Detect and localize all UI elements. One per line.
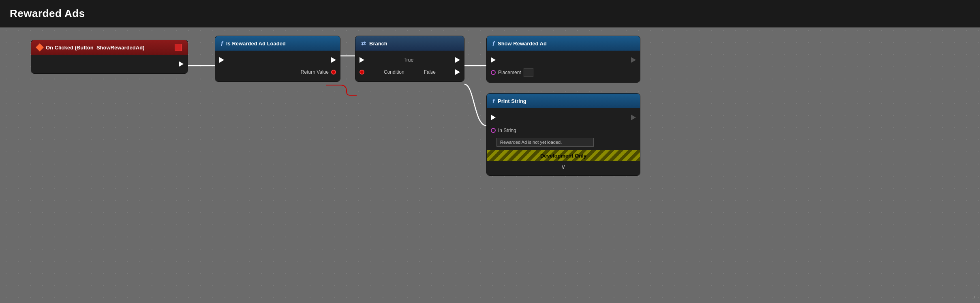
red-square-button[interactable] [175,44,182,51]
chevron-row: ∨ [487,161,640,172]
on-clicked-exec-out-row [31,58,188,70]
node-show-rewarded[interactable]: f Show Rewarded Ad Placement [486,36,640,83]
branch-title: Branch [369,41,387,47]
print-string-header: f Print String [487,94,640,108]
is-rewarded-body: Return Value [215,51,340,81]
f-icon: f [221,40,223,47]
branch-header: ⇄ Branch [355,36,464,51]
corner-resize-icon: ⌟ [972,291,975,300]
on-clicked-body [31,55,188,73]
branch-condition-row: Condition False [355,66,464,78]
false-label: False [424,69,436,75]
branch-icon: ⇄ [361,40,366,47]
title-bar: Rewarded Ads [0,0,980,28]
in-string-pin[interactable] [491,128,496,133]
exec-out-pin[interactable] [631,57,636,63]
on-clicked-header: On Clicked (Button_ShowRewardedAd) [31,40,188,55]
branch-body: True Condition False [355,51,464,81]
condition-label: Condition [384,69,404,75]
node-is-rewarded-loaded[interactable]: f Is Rewarded Ad Loaded Return Value [215,36,340,82]
true-exec-pin[interactable] [455,57,460,63]
exec-in-pin[interactable] [359,57,364,63]
show-rewarded-body: Placement [487,51,640,82]
placement-label: Placement [498,70,521,75]
false-exec-pin[interactable] [455,69,460,75]
return-value-row: Return Value [215,66,340,78]
exec-out-pin[interactable] [331,57,336,63]
f-icon-print: f [492,98,494,105]
is-rewarded-title: Is Rewarded Ad Loaded [226,41,286,47]
is-rewarded-exec-row [215,54,340,66]
exec-out-pin[interactable] [179,61,184,67]
return-value-pin[interactable] [331,70,336,75]
print-string-title: Print String [498,98,526,104]
is-rewarded-header: f Is Rewarded Ad Loaded [215,36,340,51]
node-branch[interactable]: ⇄ Branch True Condition False [355,36,464,82]
in-string-value-row: Rewarded Ad is not yet loaded. [487,136,640,150]
show-rewarded-title: Show Rewarded Ad [498,41,547,47]
diamond-icon [36,43,44,51]
page-title: Rewarded Ads [10,7,85,20]
node-print-string[interactable]: f Print String In String Rewarded Ad is … [486,93,640,176]
exec-in-pin[interactable] [491,57,496,63]
condition-pin[interactable] [359,70,364,75]
node-on-clicked[interactable]: On Clicked (Button_ShowRewardedAd) [31,40,188,74]
f-icon-show: f [492,40,494,47]
exec-in-pin[interactable] [491,115,496,120]
placement-row: Placement [487,66,640,79]
placement-input[interactable] [524,68,533,77]
dev-only-bar: Development Only [487,150,640,161]
return-value-label: Return Value [301,69,329,75]
in-string-value[interactable]: Rewarded Ad is not yet loaded. [496,138,594,147]
chevron-down-icon[interactable]: ∨ [561,163,566,171]
exec-in-pin[interactable] [219,57,224,63]
show-rewarded-header: f Show Rewarded Ad [487,36,640,51]
print-string-body: In String Rewarded Ad is not yet loaded.… [487,108,640,175]
show-rewarded-exec-row [487,54,640,66]
on-clicked-title: On Clicked (Button_ShowRewardedAd) [46,45,144,51]
true-label: True [404,57,413,63]
branch-exec-row: True [355,54,464,66]
in-string-label: In String [498,128,516,133]
exec-out-pin[interactable] [631,115,636,120]
placement-pin[interactable] [491,70,496,75]
in-string-row: In String [487,124,640,136]
dev-only-label: Development Only [540,153,586,159]
print-exec-row [487,111,640,124]
